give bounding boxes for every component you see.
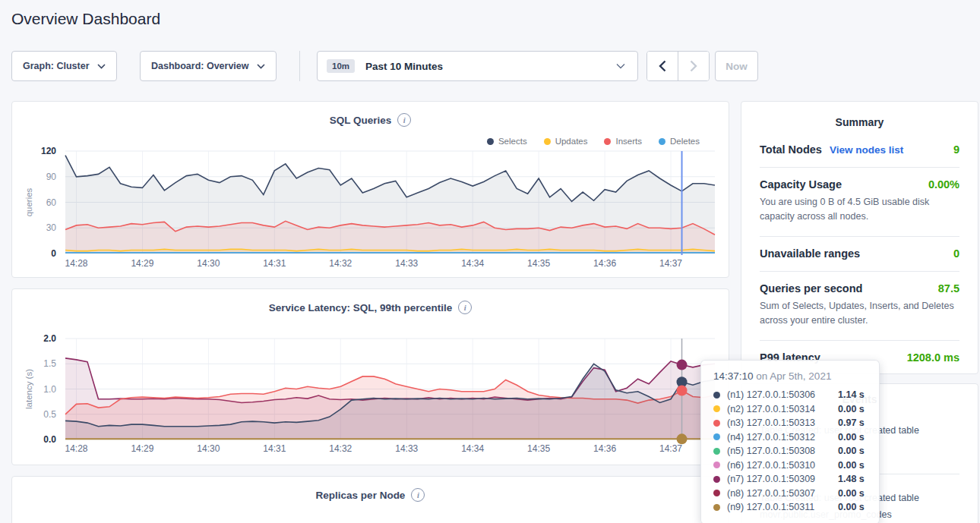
summary-row-value: 1208.0 ms xyxy=(907,351,959,364)
summary-row-label: Queries per second xyxy=(760,282,862,295)
svg-text:120: 120 xyxy=(41,146,56,156)
info-icon[interactable]: i xyxy=(458,301,472,314)
chart-title: SQL Queries xyxy=(330,115,392,126)
legend-dot-icon xyxy=(604,138,611,145)
tooltip-row: (n9) 127.0.0.1:503110.00 s xyxy=(713,500,867,515)
sql-queries-panel: SQL Queries i SelectsUpdatesInsertsDelet… xyxy=(11,101,729,278)
info-icon[interactable]: i xyxy=(411,488,425,502)
svg-text:14:28: 14:28 xyxy=(65,258,87,269)
hover-tooltip: 14:37:10 on Apr 5th, 2021 (n1) 127.0.0.1… xyxy=(700,360,880,523)
replicas-per-node-panel: Replicas per Node i xyxy=(11,476,729,523)
node-dot-icon xyxy=(713,392,720,399)
node-dot-icon xyxy=(713,420,720,427)
info-icon[interactable]: i xyxy=(397,113,411,127)
summary-row-label: Capacity Usage xyxy=(760,178,842,191)
tooltip-node-value: 1.48 s xyxy=(838,474,865,484)
legend-item-deletes[interactable]: Deletes xyxy=(659,137,700,146)
tooltip-node-value: 0.00 s xyxy=(838,404,865,414)
svg-text:14:33: 14:33 xyxy=(395,258,418,269)
svg-text:14:30: 14:30 xyxy=(197,258,220,269)
svg-text:14:37: 14:37 xyxy=(659,258,682,269)
dashboard-dropdown[interactable]: Dashboard: Overview xyxy=(140,51,277,81)
legend-dot-icon xyxy=(659,138,665,145)
tooltip-node-label: (n5) 127.0.0.1:50308 xyxy=(727,446,838,456)
svg-text:14:34: 14:34 xyxy=(461,443,484,454)
tooltip-row: (n3) 127.0.0.1:503130.97 s xyxy=(713,416,867,430)
legend-dot-icon xyxy=(487,138,494,145)
tooltip-node-value: 0.00 s xyxy=(838,446,865,456)
chevron-right-icon xyxy=(690,60,697,72)
summary-row-value: 0 xyxy=(953,247,959,260)
dashboard-dropdown-label: Dashboard: Overview xyxy=(151,61,249,71)
chevron-left-icon xyxy=(659,60,666,72)
node-dot-icon xyxy=(713,405,720,412)
chevron-down-icon xyxy=(257,64,265,69)
tooltip-row: (n5) 127.0.0.1:503080.00 s xyxy=(713,444,867,458)
tooltip-node-value: 1.14 s xyxy=(838,389,865,400)
svg-text:14:29: 14:29 xyxy=(131,443,153,454)
now-button-label: Now xyxy=(726,61,748,72)
legend-item-updates[interactable]: Updates xyxy=(544,137,588,146)
view-nodes-link[interactable]: View nodes list xyxy=(830,144,903,156)
node-dot-icon xyxy=(713,504,720,511)
tooltip-header: 14:37:10 on Apr 5th, 2021 xyxy=(713,370,867,382)
legend-label: Inserts xyxy=(615,137,642,146)
tooltip-row: (n8) 127.0.0.1:503070.00 s xyxy=(713,487,867,501)
chevron-down-icon xyxy=(97,64,106,69)
tooltip-row: (n4) 127.0.0.1:503120.00 s xyxy=(713,430,867,445)
node-dot-icon xyxy=(713,476,720,483)
overview-dashboard-page: Overview Dashboard Graph: Cluster Dashbo… xyxy=(0,0,980,523)
svg-text:2.0: 2.0 xyxy=(43,333,56,344)
tooltip-node-value: 0.00 s xyxy=(838,432,865,443)
tooltip-node-label: (n3) 127.0.0.1:50313 xyxy=(727,417,838,428)
svg-text:14:29: 14:29 xyxy=(131,258,153,269)
service-latency-chart[interactable]: 14:2814:2914:3014:3114:3214:3314:3414:35… xyxy=(12,289,729,465)
svg-text:14:32: 14:32 xyxy=(329,258,352,269)
node-dot-icon xyxy=(713,490,720,496)
next-time-button[interactable] xyxy=(678,52,709,80)
svg-text:0.0: 0.0 xyxy=(43,434,56,445)
prev-time-button[interactable] xyxy=(647,52,678,80)
summary-panel: Summary Total Nodes View nodes list 9 Ca… xyxy=(741,101,978,374)
tooltip-node-value: 0.00 s xyxy=(838,488,865,499)
svg-text:14:32: 14:32 xyxy=(329,443,352,454)
summary-row-label: Unavailable ranges xyxy=(760,247,860,260)
tooltip-node-value: 0.00 s xyxy=(838,502,865,512)
chart-legend: SelectsUpdatesInsertsDeletes xyxy=(487,137,700,146)
tooltip-row: (n2) 127.0.0.1:503140.00 s xyxy=(713,402,867,417)
node-dot-icon xyxy=(713,448,720,455)
time-range-label: Past 10 Minutes xyxy=(365,61,443,72)
svg-text:14:28: 14:28 xyxy=(65,443,87,454)
svg-text:14:36: 14:36 xyxy=(593,258,616,269)
summary-row-capacity: Capacity Usage 0.00% You are using 0 B o… xyxy=(760,168,959,237)
tooltip-node-label: (n7) 127.0.0.1:50309 xyxy=(727,474,838,484)
graph-dropdown[interactable]: Graph: Cluster xyxy=(11,51,117,81)
time-range-selector[interactable]: 10m Past 10 Minutes xyxy=(317,51,638,81)
svg-text:14:36: 14:36 xyxy=(593,443,616,454)
svg-text:14:35: 14:35 xyxy=(527,258,550,269)
chevron-down-icon xyxy=(616,63,625,69)
now-button[interactable]: Now xyxy=(715,51,758,81)
svg-text:14:34: 14:34 xyxy=(461,258,484,269)
legend-item-inserts[interactable]: Inserts xyxy=(604,137,642,146)
sql-queries-chart[interactable]: 14:2814:2914:3014:3114:3214:3314:3414:35… xyxy=(12,102,729,277)
tooltip-time: 14:37:10 xyxy=(713,370,754,382)
chart-title: Service Latency: SQL, 99th percentile xyxy=(269,302,453,313)
tooltip-node-label: (n4) 127.0.0.1:50312 xyxy=(727,432,838,443)
page-title: Overview Dashboard xyxy=(11,10,160,28)
summary-row-value: 9 xyxy=(953,143,959,156)
svg-text:14:33: 14:33 xyxy=(395,443,418,454)
svg-text:14:35: 14:35 xyxy=(527,443,550,454)
summary-row-desc: You are using 0 B of 4.5 GiB usable disk… xyxy=(760,195,961,225)
summary-row-total-nodes: Total Nodes View nodes list 9 xyxy=(760,133,959,168)
toolbar-divider xyxy=(299,51,300,81)
svg-text:1.5: 1.5 xyxy=(43,358,56,369)
tooltip-row: (n7) 127.0.0.1:503091.48 s xyxy=(713,472,867,487)
legend-label: Updates xyxy=(555,137,588,146)
tooltip-row: (n6) 127.0.0.1:503100.00 s xyxy=(713,458,867,473)
tooltip-node-label: (n9) 127.0.0.1:50311 xyxy=(727,502,838,512)
summary-row-desc: Sum of Selects, Updates, Inserts, and De… xyxy=(760,299,961,329)
legend-item-selects[interactable]: Selects xyxy=(487,137,527,146)
svg-text:14:30: 14:30 xyxy=(197,443,220,454)
svg-text:0.5: 0.5 xyxy=(43,409,56,420)
